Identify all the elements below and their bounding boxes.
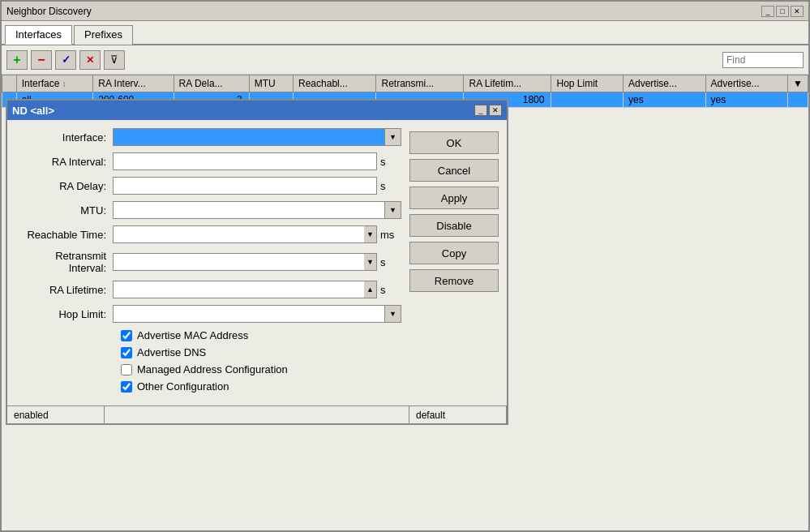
ra-interval-input[interactable]: 200-600 — [113, 152, 377, 170]
retransmit-unit: s — [377, 256, 401, 268]
ra-delay-input[interactable]: 3 — [113, 177, 377, 195]
ra-interval-unit: s — [377, 156, 401, 168]
hop-limit-input[interactable] — [113, 305, 385, 323]
hop-limit-dropdown-btn[interactable]: ▼ — [385, 305, 401, 323]
reachable-unit-row: ▼ ms — [113, 225, 401, 243]
reachable-row: Reachable Time: ▼ ms — [15, 225, 401, 243]
ra-lifetime-unit: s — [377, 284, 401, 296]
ra-delay-unit-row: 3 s — [113, 177, 401, 195]
mtu-dropdown-btn[interactable]: ▼ — [385, 201, 401, 219]
ra-delay-label: RA Delay: — [15, 180, 113, 192]
cancel-button[interactable]: Cancel — [409, 159, 499, 182]
dialog-buttons: OK Cancel Apply Disable Copy Remove — [409, 128, 499, 397]
hop-limit-row: Hop Limit: ▼ — [15, 305, 401, 323]
col-reachable[interactable]: Reachabl... — [294, 75, 376, 92]
advertise-mac-checkbox[interactable] — [121, 330, 132, 341]
sort-arrow-interface: ↕ — [62, 79, 66, 88]
col-advertise2[interactable]: Advertise... — [705, 75, 788, 92]
interface-select[interactable]: all ▼ — [113, 128, 401, 146]
col-mtu[interactable]: MTU — [249, 75, 293, 92]
col-advertise1[interactable]: Advertise... — [624, 75, 706, 92]
nd-dialog: ND <all> _ ✕ Interface: all ▼ — [6, 99, 508, 425]
ra-interval-row: RA Interval: 200-600 s — [15, 152, 401, 170]
find-input[interactable] — [722, 52, 804, 68]
advertise-dns-row: Advertise DNS — [15, 346, 401, 358]
close-button[interactable]: ✕ — [791, 6, 804, 17]
dialog-minimize-button[interactable]: _ — [474, 105, 487, 116]
row-last — [788, 92, 808, 108]
advertise-dns-checkbox[interactable] — [121, 347, 132, 358]
hop-limit-select[interactable]: ▼ — [113, 305, 401, 323]
retransmit-row: Retransmit Interval: ▼ s — [15, 250, 401, 274]
remove-button[interactable]: Remove — [409, 269, 499, 292]
cancel-x-button[interactable]: ✕ — [79, 50, 101, 70]
ok-button[interactable]: OK — [409, 131, 499, 154]
retransmit-dropdown-btn[interactable]: ▼ — [364, 253, 377, 271]
col-hop-limit[interactable]: Hop Limit — [551, 75, 624, 92]
advertise-mac-label: Advertise MAC Address — [137, 329, 248, 341]
mtu-row: MTU: ▼ — [15, 201, 401, 219]
apply-button[interactable]: Apply — [409, 187, 499, 209]
ra-delay-unit: s — [377, 180, 401, 192]
maximize-button[interactable]: □ — [776, 6, 789, 17]
dialog-status-middle — [105, 406, 409, 423]
ra-lifetime-label: RA Lifetime: — [15, 284, 113, 296]
main-window: Neighbor Discovery _ □ ✕ Interfaces Pref… — [0, 0, 810, 532]
interface-input[interactable]: all — [113, 128, 385, 146]
toolbar: + − ✓ ✕ ⊽ — [2, 45, 808, 75]
tab-prefixes[interactable]: Prefixes — [74, 25, 133, 45]
other-label: Other Configuration — [137, 380, 229, 393]
interface-dropdown-btn[interactable]: ▼ — [385, 128, 401, 146]
managed-row: Managed Address Configuration — [15, 363, 401, 375]
interface-row: Interface: all ▼ — [15, 128, 401, 146]
ra-lifetime-up-btn[interactable]: ▲ — [364, 281, 377, 298]
mtu-label: MTU: — [15, 204, 113, 217]
remove-button[interactable]: − — [31, 50, 52, 70]
ra-lifetime-unit-row: 1800 ▲ s — [113, 281, 401, 298]
disable-button[interactable]: Disable — [409, 214, 499, 237]
table-header-row: Interface ↕ RA Interv... RA Dela... MTU … — [2, 75, 808, 92]
retransmit-input[interactable] — [113, 253, 364, 271]
hop-limit-label: Hop Limit: — [15, 308, 113, 320]
tab-interfaces[interactable]: Interfaces — [5, 25, 72, 45]
retransmit-label: Retransmit Interval: — [15, 250, 113, 274]
check-button[interactable]: ✓ — [55, 50, 76, 70]
col-dropdown[interactable]: ▼ — [788, 75, 808, 92]
dialog-close-button[interactable]: ✕ — [489, 105, 502, 116]
col-interface[interactable]: Interface ↕ — [16, 75, 93, 92]
copy-button[interactable]: Copy — [409, 242, 499, 264]
col-ra-lifetime[interactable]: RA Lifetim... — [464, 75, 551, 92]
row-hop-limit — [551, 92, 624, 108]
col-retransmit[interactable]: Retransmi... — [376, 75, 464, 92]
advertise-dns-label: Advertise DNS — [137, 346, 206, 358]
other-checkbox[interactable] — [121, 381, 132, 393]
managed-checkbox[interactable] — [121, 364, 132, 375]
col-ra-delay[interactable]: RA Dela... — [174, 75, 249, 92]
tab-bar: Interfaces Prefixes — [2, 21, 808, 45]
reachable-label: Reachable Time: — [15, 229, 113, 241]
reachable-dropdown-btn[interactable]: ▼ — [364, 225, 377, 243]
col-ra-interval[interactable]: RA Interv... — [93, 75, 174, 92]
minimize-button[interactable]: _ — [761, 6, 774, 17]
add-button[interactable]: + — [6, 50, 28, 70]
dialog-title-bar: ND <all> _ ✕ — [7, 101, 507, 120]
mtu-select[interactable]: ▼ — [113, 201, 401, 219]
retransmit-unit-row: ▼ s — [113, 253, 401, 271]
title-bar-controls: _ □ ✕ — [761, 6, 804, 17]
advertise-mac-row: Advertise MAC Address — [15, 329, 401, 341]
dialog-status-enabled: enabled — [7, 406, 105, 423]
dialog-title-text: ND <all> — [12, 105, 54, 117]
ra-delay-row: RA Delay: 3 s — [15, 177, 401, 195]
ra-interval-unit-row: 200-600 s — [113, 152, 401, 170]
mtu-input[interactable] — [113, 201, 385, 219]
ra-lifetime-input[interactable]: 1800 — [113, 281, 364, 298]
reachable-input[interactable] — [113, 225, 364, 243]
content-area: Interface ↕ RA Interv... RA Dela... MTU … — [2, 75, 808, 530]
dialog-title-controls: _ ✕ — [474, 105, 502, 116]
col-star — [2, 75, 17, 92]
dialog-status-default: default — [409, 406, 507, 423]
other-row: Other Configuration — [15, 380, 401, 393]
filter-button[interactable]: ⊽ — [104, 50, 125, 70]
title-bar: Neighbor Discovery _ □ ✕ — [2, 2, 808, 21]
ra-interval-label: RA Interval: — [15, 156, 113, 168]
